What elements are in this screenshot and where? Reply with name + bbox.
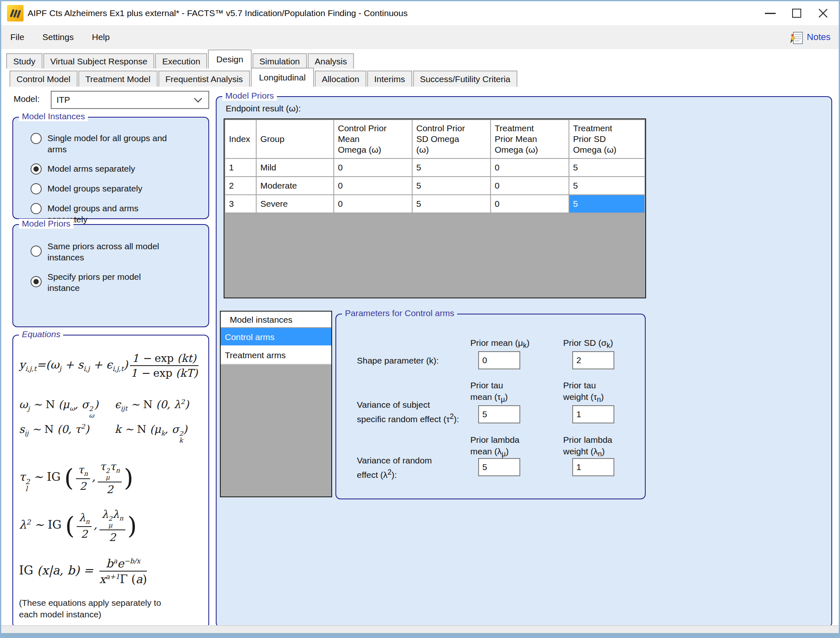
endpoint-result-label: Endpoint result (ω):	[226, 104, 301, 113]
radio-same-priors[interactable]: Same priors across all model instances	[31, 241, 208, 263]
table-cell[interactable]: 0	[334, 158, 412, 177]
equation-epsilon-prior: ϵijt ∼ N (0, λ2)	[115, 398, 208, 419]
close-button[interactable]	[810, 1, 836, 25]
parameters-group: Parameters for Control arms Shape parame…	[335, 314, 646, 499]
table-header-cell: Treatment Prior SD Omega (ω)	[569, 120, 645, 158]
model-dropdown-value: ITP	[52, 95, 193, 105]
equation-ig-definition: IG (x|a, b) = bae−b/x xa+1Γ (a)	[13, 557, 208, 586]
secondary-tab-strip: Control Model Treatment Model Frequentis…	[9, 68, 518, 87]
table-cell[interactable]: 5	[412, 158, 491, 177]
tab-analysis[interactable]: Analysis	[308, 53, 354, 69]
table-cell[interactable]: 0	[334, 177, 412, 195]
subtab-longitudinal[interactable]: Longitudinal	[251, 68, 314, 87]
table-cell[interactable]: Moderate	[256, 177, 334, 195]
table-cell[interactable]: Mild	[256, 158, 334, 177]
prior-lambda-mean-input[interactable]	[478, 458, 520, 476]
table-header-cell: Index	[225, 120, 256, 158]
table-cell-selected[interactable]: 5	[569, 195, 645, 213]
prior-lambda-weight-input[interactable]	[572, 458, 614, 476]
table-cell[interactable]: 5	[569, 177, 645, 195]
model-instances-caption: Model Instances	[19, 111, 88, 121]
radio-model-arms-separately[interactable]: Model arms separately	[31, 163, 208, 175]
menu-help[interactable]: Help	[83, 25, 119, 49]
prior-sd-input[interactable]	[572, 351, 614, 369]
variance-subject-label: Variance of subject specific random effe…	[357, 399, 459, 425]
model-dropdown[interactable]: ITP	[51, 91, 209, 109]
chevron-down-icon	[193, 97, 203, 103]
prior-mean-input[interactable]	[478, 351, 520, 369]
model-label: Model:	[14, 94, 40, 104]
menu-bar: File Settings Help Notes	[1, 25, 839, 49]
maximize-icon	[792, 9, 801, 18]
table-row: 3 Severe 0 5 0 5	[225, 195, 645, 213]
table-cell[interactable]: 2	[225, 177, 256, 195]
tab-simulation[interactable]: Simulation	[252, 53, 307, 69]
priors-table: Index Group Control Prior Mean Omega (ω)…	[224, 118, 646, 298]
equation-itp-model: yi,j,t=(ωj + si,j + ϵi,j,t) 1 − exp (kt)…	[13, 352, 208, 379]
tab-study[interactable]: Study	[6, 53, 42, 69]
notes-icon	[790, 30, 804, 45]
radio-circle-icon	[31, 203, 42, 214]
parameters-caption: Parameters for Control arms	[342, 308, 457, 318]
table-cell[interactable]: 0	[491, 177, 569, 195]
table-header-cell: Treatment Prior Mean Omega (ω)	[491, 120, 569, 158]
shape-parameter-label: Shape parameter (k):	[357, 355, 439, 366]
radio-model-groups-separately[interactable]: Model groups separately	[31, 183, 208, 194]
primary-tab-strip: Study Virtual Subject Response Execution…	[6, 50, 355, 69]
tab-design[interactable]: Design	[208, 50, 251, 69]
notes-button[interactable]: Notes	[790, 28, 831, 46]
close-icon	[818, 8, 828, 19]
table-cell[interactable]: 3	[225, 195, 256, 213]
list-item-control-arms[interactable]: Control arms	[221, 328, 331, 346]
equations-note: (These equations apply separately to eac…	[13, 597, 208, 620]
table-cell[interactable]: 1	[225, 158, 256, 177]
prior-lambda-weight-label: Prior lambda weight (λn)	[563, 434, 612, 460]
menu-settings[interactable]: Settings	[33, 25, 83, 49]
subtab-frequentist-analysis[interactable]: Frequentist Analysis	[158, 71, 250, 87]
table-cell[interactable]: 5	[412, 195, 491, 213]
prior-lambda-mean-label: Prior lambda mean (λμ)	[470, 434, 519, 460]
table-cell[interactable]: 5	[569, 158, 645, 177]
maximize-button[interactable]	[783, 1, 810, 25]
model-priors-main-caption: Model Priors	[222, 91, 277, 101]
minimize-button[interactable]	[757, 1, 783, 25]
subtab-interims[interactable]: Interims	[367, 71, 412, 87]
minimize-icon	[765, 13, 776, 14]
equations-caption: Equations	[19, 329, 63, 339]
subtab-allocation[interactable]: Allocation	[315, 71, 366, 87]
model-instances-group: Model Instances Single model for all gro…	[12, 117, 209, 219]
prior-tau-mean-input[interactable]	[478, 405, 520, 423]
table-cell[interactable]: 0	[491, 158, 569, 177]
subtab-treatment-model[interactable]: Treatment Model	[78, 71, 158, 87]
equation-k-prior: k ∼ N (μk, σ2k)	[115, 423, 208, 444]
table-cell[interactable]: 0	[334, 195, 412, 213]
model-priors-left-caption: Model Priors	[19, 219, 73, 229]
list-header: Model instances	[221, 312, 331, 328]
radio-specify-priors[interactable]: Specify priors per model instance	[31, 271, 208, 293]
subtab-success-futility-criteria[interactable]: Success/Futility Criteria	[413, 71, 517, 87]
menu-file[interactable]: File	[1, 25, 33, 49]
title-bar: AIPF Cts Alzheimers Ex1 plus external* -…	[1, 1, 839, 25]
app-window: AIPF Cts Alzheimers Ex1 plus external* -…	[0, 0, 840, 638]
list-item-treatment-arms[interactable]: Treatment arms	[221, 346, 331, 364]
subtab-control-model[interactable]: Control Model	[9, 71, 78, 87]
radio-single-model[interactable]: Single model for all groups and arms	[31, 132, 208, 155]
facts-logo-icon	[7, 5, 24, 21]
notes-label: Notes	[807, 32, 831, 43]
table-cell[interactable]: 5	[412, 177, 491, 195]
model-instances-list: Model instances Control arms Treatment a…	[220, 311, 332, 497]
tab-virtual-subject-response[interactable]: Virtual Subject Response	[43, 53, 154, 69]
table-cell[interactable]: Severe	[256, 195, 334, 213]
prior-tau-weight-input[interactable]	[572, 405, 614, 423]
model-priors-left-group: Model Priors Same priors across all mode…	[12, 224, 209, 327]
equation-tau-ig: τ2l ∼ IG (τn2,τ2μτn2)	[13, 460, 208, 496]
table-row: 1 Mild 0 5 0 5	[225, 158, 645, 177]
prior-tau-weight-label: Prior tau weight (τn)	[563, 380, 604, 405]
equation-omega-prior: ωj ∼ N (μω, σ2ω)	[19, 398, 115, 419]
table-header-row: Index Group Control Prior Mean Omega (ω)…	[225, 120, 645, 158]
radio-selected-icon	[31, 163, 42, 175]
window-bottom-band	[1, 633, 839, 637]
table-cell[interactable]: 0	[491, 195, 569, 213]
model-priors-main-group: Model Priors Endpoint result (ω): Index …	[216, 96, 832, 628]
tab-execution[interactable]: Execution	[155, 53, 207, 69]
